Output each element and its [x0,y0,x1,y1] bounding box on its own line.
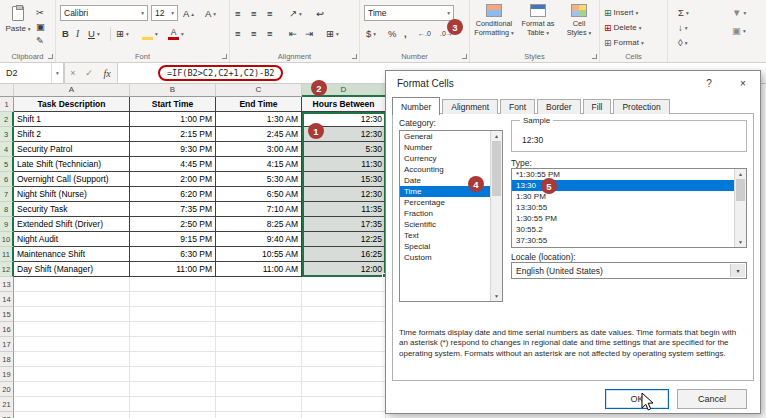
grid-cell[interactable] [216,412,302,418]
grid-cell[interactable]: Shift 2 [14,127,130,142]
grid-cell[interactable] [216,382,302,397]
fill-color-icon[interactable]: ▾ [142,27,158,40]
category-item[interactable]: Custom [400,252,490,263]
grid-cell[interactable]: 1:00 PM [130,112,216,127]
format-painter-icon[interactable]: ✎ [36,34,44,47]
grid-cell[interactable]: 12:25 [302,232,386,247]
grid-cell[interactable]: Shift 1 [14,112,130,127]
grid-cell[interactable]: 16:25 [302,247,386,262]
increase-indent-icon[interactable]: ⇥ [305,27,313,40]
grid-cell[interactable]: 8:25 AM [216,217,302,232]
grid-cell[interactable]: 2:45 AM [216,127,302,142]
type-item[interactable]: 30:55.2 [512,224,734,235]
row-header[interactable]: 6 [0,172,14,187]
grid-cell[interactable]: 11:00 AM [216,262,302,277]
scrollbar[interactable]: ▲ ▼ [490,131,502,301]
category-item[interactable]: Text [400,230,490,241]
grid-cell[interactable]: 2:15 PM [130,127,216,142]
column-header-a[interactable]: A [14,84,130,97]
grid-cell[interactable] [302,397,386,412]
row-header[interactable]: 14 [0,292,14,307]
enter-formula-icon[interactable]: ✓ [81,63,97,83]
column-header-b[interactable]: B [130,84,216,97]
grid-cell[interactable]: 4:45 PM [130,157,216,172]
grid-cell[interactable] [130,397,216,412]
ok-button[interactable]: OK [605,389,669,409]
grid-cell[interactable]: 10:55 AM [216,247,302,262]
format-button[interactable]: ⊞Format▾ [604,36,644,49]
type-item[interactable]: 1:30:55 PM [512,213,734,224]
grid-cell[interactable]: 6:20 PM [130,187,216,202]
grid-cell[interactable] [216,307,302,322]
conditional-formatting-button[interactable]: ConditionalFormatting▾ [472,3,516,49]
grid-cell[interactable] [14,382,130,397]
grid-cell[interactable]: Security Task [14,202,130,217]
grid-cell[interactable]: 7:10 AM [216,202,302,217]
delete-button[interactable]: ⊞Delete▾ [604,21,641,34]
clear-icon[interactable]: ◊▾ [678,36,687,49]
grid-cell[interactable] [216,352,302,367]
grid-cell[interactable]: Night Shift (Nurse) [14,187,130,202]
tab-border[interactable]: Border [537,99,581,114]
row-header[interactable]: 8 [0,202,14,217]
font-size-combo[interactable]: 12▾ [151,5,178,21]
grid-cell[interactable]: 6:30 PM [130,247,216,262]
grid-cell[interactable] [302,352,386,367]
help-button[interactable]: ? [692,71,726,96]
scrollbar-thumb[interactable] [736,179,745,201]
bold-button[interactable]: B [62,27,69,40]
row-header[interactable]: 1 [0,97,14,112]
grid-cell[interactable]: Overnight Call (Support) [14,172,130,187]
type-item[interactable]: 37:30:55 [512,235,734,246]
number-format-combo[interactable]: Time▾ [364,5,454,21]
grid-cell[interactable] [14,412,130,418]
grid-cell[interactable]: 9:40 AM [216,232,302,247]
grid-cell[interactable] [14,397,130,412]
grid-cell[interactable] [130,337,216,352]
insert-button[interactable]: ⊞Insert▾ [604,6,638,19]
grid-cell[interactable]: 7:35 PM [130,202,216,217]
grid-cell[interactable] [302,277,386,292]
grid-cell[interactable] [216,277,302,292]
tab-number[interactable]: Number [392,97,440,115]
font-color-icon[interactable]: A▾ [168,27,184,40]
row-header[interactable]: 17 [0,337,14,352]
borders-icon[interactable]: ⊞▾ [116,27,129,40]
align-center-icon[interactable]: ≡ [251,27,257,40]
grid-cell[interactable] [216,367,302,382]
grid-cell[interactable]: 12:00 [302,262,386,277]
grid-cell[interactable] [130,277,216,292]
wrap-text-icon[interactable]: ↩ [316,7,324,20]
grid-cell[interactable] [14,367,130,382]
alignment-dialog-launcher-icon[interactable] [352,54,357,59]
grid-cell[interactable]: 2:00 PM [130,172,216,187]
category-item[interactable]: General [400,131,490,142]
row-header[interactable]: 5 [0,157,14,172]
tab-alignment[interactable]: Alignment [442,99,498,114]
scroll-up-icon[interactable]: ▲ [491,131,502,141]
styles-dialog-launcher-icon[interactable] [592,54,597,59]
align-middle-icon[interactable]: ≡ [251,7,257,20]
scroll-down-icon[interactable]: ▼ [735,237,746,247]
scrollbar[interactable]: ▲ ▼ [734,169,746,247]
row-header[interactable]: 22 [0,412,14,418]
row-header[interactable]: 11 [0,247,14,262]
grid-cell[interactable] [302,292,386,307]
row-header[interactable]: 9 [0,217,14,232]
grid-cell[interactable] [14,292,130,307]
row-header[interactable]: 4 [0,142,14,157]
row-header[interactable]: 20 [0,382,14,397]
column-header-c[interactable]: C [216,84,302,97]
grid-cell[interactable]: 12:30 [302,187,386,202]
tab-fill[interactable]: Fill [583,99,612,114]
category-item[interactable]: Percentage [400,197,490,208]
paste-button[interactable]: Paste▾ [4,4,32,50]
grid-cell[interactable]: 17:35 [302,217,386,232]
font-dialog-launcher-icon[interactable] [222,54,227,59]
underline-button[interactable]: U▾ [88,27,100,40]
grid-cell[interactable]: Late Shift (Technician) [14,157,130,172]
row-header[interactable]: 19 [0,367,14,382]
grid-cell[interactable] [216,337,302,352]
category-item[interactable]: Scientific [400,219,490,230]
align-left-icon[interactable]: ≡ [235,27,241,40]
